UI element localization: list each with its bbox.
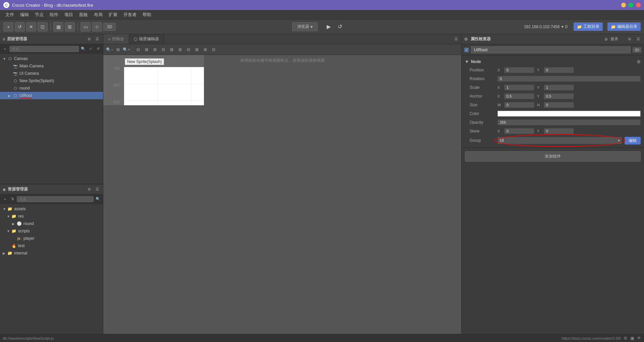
assets-detach-button[interactable]: ⧉: [86, 186, 92, 192]
tree-item-main-camera[interactable]: 📷 Main Camera: [0, 62, 103, 70]
asset-item-res[interactable]: ▼ 📁 res: [0, 213, 103, 220]
hierarchy-menu-button[interactable]: ☰: [94, 36, 100, 42]
menu-edit[interactable]: 编辑: [17, 11, 32, 19]
hierarchy-detach-button[interactable]: ⧉: [86, 36, 92, 42]
scene-viewport[interactable]: 使用鼠标右键平移视图焦点，使用滚轮缩放视图: [103, 55, 461, 334]
align-center-h-button[interactable]: ⊠: [143, 46, 150, 53]
project-dir-button[interactable]: 📁 工程目录: [574, 22, 603, 31]
scene-icon: ⬡: [134, 37, 137, 42]
asset-item-player[interactable]: js player: [0, 235, 103, 242]
bar-chart-icon[interactable]: ▦: [53, 22, 63, 32]
hierarchy-search-input[interactable]: [9, 46, 79, 52]
align-top-button[interactable]: ⊟: [160, 46, 167, 53]
zoom-out-button[interactable]: 🔍−: [106, 46, 113, 53]
assets-search-input[interactable]: [17, 196, 94, 202]
minimize-button[interactable]: —: [621, 3, 626, 7]
settings-icon[interactable]: ⚙: [624, 336, 628, 341]
menu-help[interactable]: 帮助: [140, 11, 154, 19]
grid-icon[interactable]: ▣: [630, 336, 634, 341]
scale-y-input[interactable]: [544, 84, 574, 91]
menu-developer[interactable]: 开发者: [121, 11, 139, 19]
asset-item-scripts[interactable]: ▼ 📁 scripts: [0, 227, 103, 235]
distribute-v-button[interactable]: ⊠: [193, 46, 201, 53]
anchor-y-input[interactable]: [544, 93, 574, 99]
close-button[interactable]: ✕: [636, 3, 641, 7]
editor-dir-button[interactable]: 📁 编辑器目录: [607, 22, 641, 31]
maximize-button[interactable]: □: [629, 3, 633, 7]
add-component-button[interactable]: 添加组件: [465, 151, 641, 162]
inspector-menu-button[interactable]: ☰: [635, 36, 641, 42]
group-select[interactable]: UI: [497, 137, 622, 144]
zoom-fit-button[interactable]: ⊞: [114, 46, 122, 53]
scale-x-input[interactable]: [504, 84, 534, 91]
refresh-tree-icon[interactable]: ↺: [95, 46, 101, 52]
menu-panel[interactable]: 面板: [76, 11, 91, 19]
color-swatch[interactable]: [497, 111, 641, 117]
search-icon[interactable]: 🔍: [80, 46, 86, 52]
tab-scene[interactable]: ⬡ 场景编辑器: [129, 34, 164, 44]
assets-menu-button[interactable]: ☰: [94, 186, 100, 192]
add-asset-button[interactable]: +: [2, 196, 8, 202]
tree-item-round[interactable]: ⬡ round: [0, 84, 103, 92]
redo-button[interactable]: ✕: [26, 22, 36, 32]
rotation-input[interactable]: [497, 76, 641, 82]
opacity-input[interactable]: [497, 119, 641, 125]
align-bottom-button[interactable]: ⊞: [176, 46, 184, 53]
services-label[interactable]: 服务: [610, 36, 619, 42]
inspector-detach-button[interactable]: ⧉: [627, 36, 633, 42]
tree-item-new-sprite[interactable]: ⬡ New Sprite(Splash): [0, 77, 103, 84]
menu-layout[interactable]: 布局: [91, 11, 105, 19]
add-button[interactable]: +: [3, 22, 13, 32]
expand-icon[interactable]: ⤢: [88, 46, 94, 52]
menu-extension[interactable]: 扩展: [106, 11, 120, 19]
node-settings-icon[interactable]: ⚙: [637, 59, 641, 64]
tree-item-uiroot[interactable]: ▶ ⬡ UIRoot: [0, 92, 103, 99]
assets-search-icon[interactable]: 🔍: [95, 196, 101, 202]
sort-asset-button[interactable]: ⇅: [9, 196, 15, 202]
node-name-input[interactable]: [471, 46, 631, 53]
menu-node[interactable]: 节点: [32, 11, 46, 19]
titlebar: C Cocos Creator - Blog - db://assets/tes…: [0, 0, 644, 10]
play-button[interactable]: ▶: [324, 22, 334, 32]
distribute-h-button[interactable]: ⊟: [185, 46, 192, 53]
eye-icon[interactable]: 👁: [637, 336, 641, 341]
browser-button[interactable]: 浏览器 ▾: [292, 22, 318, 31]
align-right-button[interactable]: ⊞: [151, 46, 159, 53]
window-title: Cocos Creator - Blog - db://assets/test.…: [12, 3, 621, 8]
tab-console[interactable]: ≡ 控制台: [103, 34, 129, 44]
tree-item-ui-camera[interactable]: 📷 UI Camera: [0, 70, 103, 77]
group-edit-button[interactable]: 编辑: [625, 137, 641, 145]
zoom-in-button[interactable]: 🔍+: [123, 46, 130, 53]
add-node-button[interactable]: +: [2, 46, 8, 52]
position-x-input[interactable]: [504, 67, 534, 73]
skew-x-input[interactable]: [504, 128, 534, 134]
menu-component[interactable]: 组件: [47, 11, 61, 19]
move-tool[interactable]: ⊹: [92, 22, 102, 32]
asset-item-round[interactable]: ▶ ⚪ round: [0, 220, 103, 227]
select-tool[interactable]: ▭: [80, 22, 91, 32]
inspector-header: ⚙ 属性检查器 ⊛ 服务 ⧉ ☰: [462, 34, 644, 44]
asset-item-test[interactable]: 🔥 test: [0, 242, 103, 249]
tree-item-canvas[interactable]: ▼ ⬡ Canvas: [0, 55, 103, 62]
3d-toggle[interactable]: 3D: [103, 23, 116, 31]
size-w-input[interactable]: [504, 102, 534, 108]
anchor-x-input[interactable]: [504, 93, 534, 99]
align-left-button[interactable]: ⊟: [135, 46, 142, 53]
plus-icon[interactable]: ⊞: [65, 22, 75, 32]
menu-project[interactable]: 项目: [62, 11, 76, 19]
align-center-v-button[interactable]: ⊠: [168, 46, 175, 53]
scene-menu-button[interactable]: ☰: [453, 36, 459, 42]
position-y-input[interactable]: [544, 67, 574, 73]
asset-item-assets[interactable]: ▼ 📁 assets: [0, 205, 103, 213]
undo-button[interactable]: ↺: [15, 22, 25, 32]
node-section-header[interactable]: ▼ Node ⚙: [462, 58, 644, 66]
match-size-button[interactable]: ⊞: [202, 46, 209, 53]
asset-item-internal[interactable]: ▶ 📁 internal: [0, 249, 103, 257]
skew-y-input[interactable]: [544, 128, 574, 134]
size-h-input[interactable]: [544, 102, 574, 108]
component-enabled-checkbox[interactable]: ✓: [464, 48, 469, 52]
fit-button[interactable]: ⊡: [38, 22, 48, 32]
expand-w-button[interactable]: ⊟: [210, 46, 217, 53]
menu-file[interactable]: 文件: [3, 11, 17, 19]
refresh-button[interactable]: ↺: [335, 22, 345, 32]
